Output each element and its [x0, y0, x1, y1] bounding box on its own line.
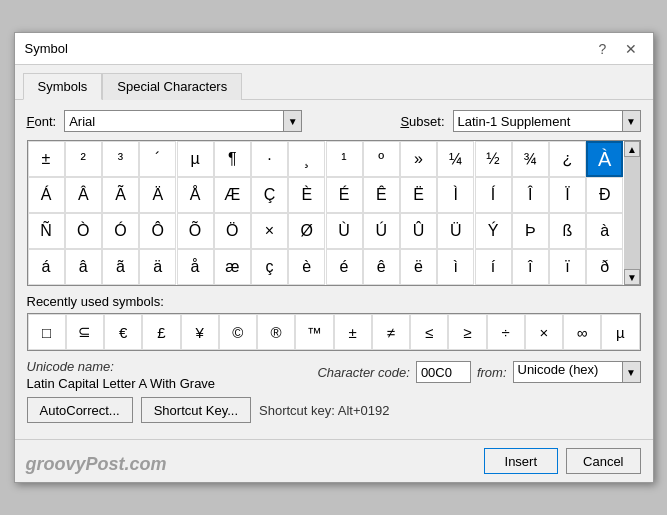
info-row: Unicode name: Latin Capital Letter A Wit…: [27, 359, 641, 391]
symbol-cell[interactable]: ê: [363, 249, 400, 285]
symbol-cell[interactable]: Î: [512, 177, 549, 213]
recent-symbol-cell[interactable]: ∞: [563, 314, 601, 350]
symbol-cell[interactable]: â: [65, 249, 102, 285]
symbol-cell[interactable]: ±: [28, 141, 65, 177]
recent-symbol-cell[interactable]: □: [28, 314, 66, 350]
symbol-cell[interactable]: Ã: [102, 177, 139, 213]
symbol-cell[interactable]: ì: [437, 249, 474, 285]
symbol-cell[interactable]: ë: [400, 249, 437, 285]
recent-symbol-cell[interactable]: ×: [525, 314, 563, 350]
help-button[interactable]: ?: [591, 37, 615, 61]
symbol-cell[interactable]: Ø: [288, 213, 325, 249]
symbol-cell[interactable]: Â: [65, 177, 102, 213]
recent-symbol-cell[interactable]: ≤: [410, 314, 448, 350]
symbol-cell[interactable]: Ö: [214, 213, 251, 249]
symbol-cell[interactable]: Ô: [139, 213, 176, 249]
font-dropdown-arrow[interactable]: ▼: [284, 110, 302, 132]
symbol-cell[interactable]: Ý: [475, 213, 512, 249]
shortcut-key-button[interactable]: Shortcut Key...: [141, 397, 251, 423]
symbol-cell[interactable]: Æ: [214, 177, 251, 213]
charcode-input[interactable]: [416, 361, 471, 383]
symbol-cell[interactable]: µ: [177, 141, 214, 177]
symbol-cell[interactable]: Û: [400, 213, 437, 249]
symbol-cell[interactable]: Þ: [512, 213, 549, 249]
symbol-cell[interactable]: í: [475, 249, 512, 285]
symbol-cell[interactable]: »: [400, 141, 437, 177]
symbol-cell[interactable]: Ü: [437, 213, 474, 249]
symbol-cell[interactable]: ¿: [549, 141, 586, 177]
from-select[interactable]: Unicode (hex): [513, 361, 623, 383]
symbol-cell[interactable]: Ä: [139, 177, 176, 213]
font-select[interactable]: Arial: [64, 110, 284, 132]
symbol-cell[interactable]: ï: [549, 249, 586, 285]
symbol-cell[interactable]: ×: [251, 213, 288, 249]
symbol-cell[interactable]: ¼: [437, 141, 474, 177]
charcode-section: Character code: from: Unicode (hex) ▼: [317, 361, 640, 383]
symbol-cell[interactable]: Ò: [65, 213, 102, 249]
symbol-cell[interactable]: ²: [65, 141, 102, 177]
symbol-cell[interactable]: ¸: [288, 141, 325, 177]
from-dropdown-arrow[interactable]: ▼: [623, 361, 641, 383]
recent-symbol-cell[interactable]: ™: [295, 314, 333, 350]
symbol-cell[interactable]: ¹: [326, 141, 363, 177]
symbol-cell[interactable]: À: [586, 141, 623, 177]
symbol-cell[interactable]: É: [326, 177, 363, 213]
symbol-cell[interactable]: Ì: [437, 177, 474, 213]
recent-symbol-cell[interactable]: ©: [219, 314, 257, 350]
recent-symbol-cell[interactable]: ¥: [181, 314, 219, 350]
symbol-cell[interactable]: ¶: [214, 141, 251, 177]
symbol-cell[interactable]: æ: [214, 249, 251, 285]
symbol-cell[interactable]: ·: [251, 141, 288, 177]
close-button[interactable]: ✕: [619, 37, 643, 61]
scrollbar-down[interactable]: ▼: [624, 269, 640, 285]
symbol-cell[interactable]: ½: [475, 141, 512, 177]
symbol-cell[interactable]: Ñ: [28, 213, 65, 249]
symbol-cell[interactable]: Á: [28, 177, 65, 213]
recent-symbol-cell[interactable]: £: [142, 314, 180, 350]
symbol-cell[interactable]: Ç: [251, 177, 288, 213]
symbol-cell[interactable]: Ó: [102, 213, 139, 249]
symbol-cell[interactable]: Ë: [400, 177, 437, 213]
scrollbar-up[interactable]: ▲: [624, 141, 640, 157]
recent-symbol-cell[interactable]: ≠: [372, 314, 410, 350]
symbol-cell[interactable]: Ù: [326, 213, 363, 249]
symbol-cell[interactable]: ¾: [512, 141, 549, 177]
symbol-cell[interactable]: Ð: [586, 177, 623, 213]
tab-symbols[interactable]: Symbols: [23, 73, 103, 100]
recent-symbol-cell[interactable]: ⊆: [66, 314, 104, 350]
symbol-cell[interactable]: á: [28, 249, 65, 285]
symbol-cell[interactable]: ß: [549, 213, 586, 249]
recent-symbol-cell[interactable]: ÷: [487, 314, 525, 350]
symbol-cell[interactable]: ã: [102, 249, 139, 285]
recent-symbol-cell[interactable]: ®: [257, 314, 295, 350]
symbol-cell[interactable]: Å: [177, 177, 214, 213]
tab-special-characters[interactable]: Special Characters: [102, 73, 242, 100]
symbol-cell[interactable]: ´: [139, 141, 176, 177]
symbol-cell[interactable]: Õ: [177, 213, 214, 249]
symbol-cell[interactable]: º: [363, 141, 400, 177]
symbol-cell[interactable]: È: [288, 177, 325, 213]
symbol-cell[interactable]: è: [288, 249, 325, 285]
symbol-cell[interactable]: Ú: [363, 213, 400, 249]
scrollbar-track[interactable]: [624, 157, 640, 269]
symbol-cell[interactable]: ð: [586, 249, 623, 285]
symbol-cell[interactable]: é: [326, 249, 363, 285]
symbol-cell[interactable]: Í: [475, 177, 512, 213]
subset-dropdown-arrow[interactable]: ▼: [623, 110, 641, 132]
symbol-cell[interactable]: ä: [139, 249, 176, 285]
cancel-button[interactable]: Cancel: [566, 448, 640, 474]
autocorrect-button[interactable]: AutoCorrect...: [27, 397, 133, 423]
symbol-cell[interactable]: Ï: [549, 177, 586, 213]
recent-symbol-cell[interactable]: ≥: [448, 314, 486, 350]
recent-symbol-cell[interactable]: µ: [601, 314, 639, 350]
recent-symbol-cell[interactable]: €: [104, 314, 142, 350]
recent-symbol-cell[interactable]: ±: [334, 314, 372, 350]
symbol-cell[interactable]: ç: [251, 249, 288, 285]
symbol-cell[interactable]: å: [177, 249, 214, 285]
insert-button[interactable]: Insert: [484, 448, 559, 474]
subset-select[interactable]: Latin-1 Supplement: [453, 110, 623, 132]
symbol-cell[interactable]: ³: [102, 141, 139, 177]
symbol-cell[interactable]: î: [512, 249, 549, 285]
symbol-cell[interactable]: Ê: [363, 177, 400, 213]
symbol-cell[interactable]: à: [586, 213, 623, 249]
